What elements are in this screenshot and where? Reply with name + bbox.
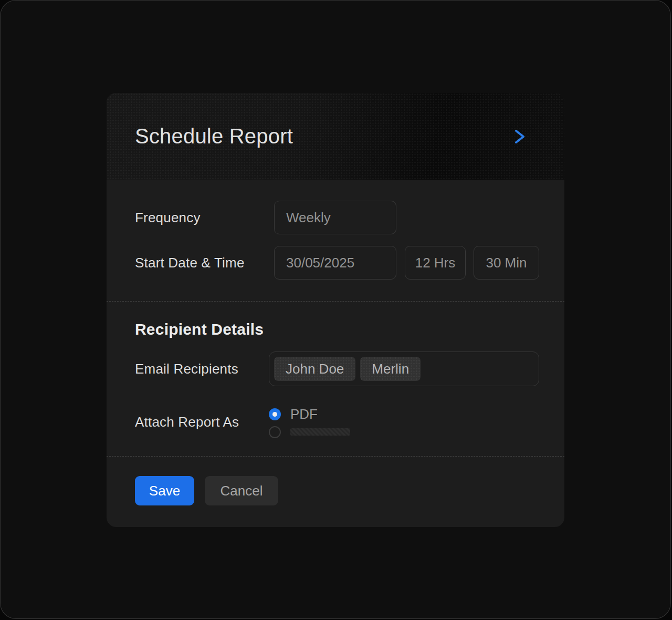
radio-selected-icon[interactable] [269,408,281,420]
radio-unselected-icon[interactable] [269,426,281,438]
redacted-option-label [290,428,350,436]
frequency-row: Frequency Weekly [135,201,539,234]
dialog-title: Schedule Report [135,125,293,148]
radio-option-pdf-label: PDF [290,406,318,422]
radio-option-pdf[interactable]: PDF [269,408,350,420]
email-recipients-row: Email Recipients John Doe Merlin [135,352,539,386]
recipient-chip[interactable]: Merlin [360,357,421,381]
email-recipients-input[interactable]: John Doe Merlin [269,352,539,386]
page-background: Schedule Report Frequency Weekly Start D… [0,0,671,619]
frequency-label: Frequency [135,210,274,226]
start-datetime-row: Start Date & Time 30/05/2025 12 Hrs 30 M… [135,246,539,280]
start-hours-select[interactable]: 12 Hrs [405,246,466,280]
dialog-header: Schedule Report [107,93,564,180]
start-minutes-select[interactable]: 30 Min [474,246,539,280]
email-recipients-label: Email Recipients [135,361,269,377]
recipient-section: Recipient Details Email Recipients John … [107,302,564,457]
radio-option-other[interactable] [269,426,350,438]
chevron-right-icon[interactable] [513,128,527,146]
schedule-section: Frequency Weekly Start Date & Time 30/05… [107,180,564,302]
dialog-footer: Save Cancel [107,457,564,527]
attach-report-label: Attach Report As [135,414,269,430]
save-button[interactable]: Save [135,476,194,505]
start-date-input[interactable]: 30/05/2025 [274,246,396,280]
recipient-details-heading: Recipient Details [135,321,539,338]
attach-report-row: Attach Report As PDF [135,408,539,438]
frequency-select[interactable]: Weekly [274,201,396,234]
cancel-button[interactable]: Cancel [205,476,278,505]
attach-format-options: PDF [269,408,350,438]
recipient-chip[interactable]: John Doe [274,357,355,381]
schedule-report-dialog: Schedule Report Frequency Weekly Start D… [107,93,564,527]
start-datetime-label: Start Date & Time [135,255,274,271]
